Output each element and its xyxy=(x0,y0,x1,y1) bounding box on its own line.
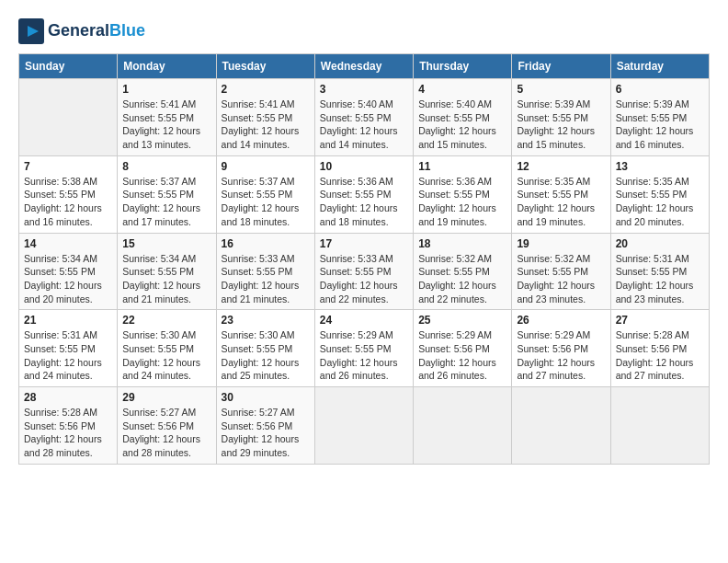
calendar-cell: 14Sunrise: 5:34 AM Sunset: 5:55 PM Dayli… xyxy=(19,233,118,310)
calendar-week-row: 7Sunrise: 5:38 AM Sunset: 5:55 PM Daylig… xyxy=(19,155,710,233)
weekday-header: Monday xyxy=(118,54,216,79)
calendar-cell: 3Sunrise: 5:40 AM Sunset: 5:55 PM Daylig… xyxy=(314,79,413,156)
calendar-cell: 11Sunrise: 5:36 AM Sunset: 5:55 PM Dayli… xyxy=(414,155,512,233)
day-info: Sunrise: 5:35 AM Sunset: 5:55 PM Dayligh… xyxy=(616,175,704,229)
calendar-cell: 13Sunrise: 5:35 AM Sunset: 5:55 PM Dayli… xyxy=(610,155,709,233)
header-row: SundayMondayTuesdayWednesdayThursdayFrid… xyxy=(19,54,710,79)
day-info: Sunrise: 5:27 AM Sunset: 5:56 PM Dayligh… xyxy=(222,406,310,460)
calendar-cell: 7Sunrise: 5:38 AM Sunset: 5:55 PM Daylig… xyxy=(19,155,118,233)
day-number: 19 xyxy=(517,237,605,250)
calendar-cell: 9Sunrise: 5:37 AM Sunset: 5:55 PM Daylig… xyxy=(216,155,314,233)
calendar-cell: 8Sunrise: 5:37 AM Sunset: 5:55 PM Daylig… xyxy=(118,155,216,233)
day-info: Sunrise: 5:39 AM Sunset: 5:55 PM Dayligh… xyxy=(517,98,605,152)
calendar-cell: 12Sunrise: 5:35 AM Sunset: 5:55 PM Dayli… xyxy=(512,155,610,233)
day-number: 13 xyxy=(616,160,704,173)
day-number: 30 xyxy=(222,391,310,404)
day-number: 11 xyxy=(418,160,506,173)
calendar-cell: 4Sunrise: 5:40 AM Sunset: 5:55 PM Daylig… xyxy=(414,79,512,156)
day-info: Sunrise: 5:29 AM Sunset: 5:55 PM Dayligh… xyxy=(320,328,408,383)
calendar-cell: 23Sunrise: 5:30 AM Sunset: 5:55 PM Dayli… xyxy=(216,310,314,387)
calendar-cell: 28Sunrise: 5:28 AM Sunset: 5:56 PM Dayli… xyxy=(19,387,118,465)
weekday-header: Saturday xyxy=(610,54,709,79)
day-info: Sunrise: 5:38 AM Sunset: 5:55 PM Dayligh… xyxy=(24,175,112,229)
calendar-cell xyxy=(314,387,413,465)
calendar-body: 1Sunrise: 5:41 AM Sunset: 5:55 PM Daylig… xyxy=(19,79,710,465)
day-info: Sunrise: 5:37 AM Sunset: 5:55 PM Dayligh… xyxy=(122,175,210,229)
day-number: 17 xyxy=(320,237,408,250)
weekday-header: Thursday xyxy=(414,54,512,79)
day-info: Sunrise: 5:30 AM Sunset: 5:55 PM Dayligh… xyxy=(222,328,310,383)
weekday-header: Sunday xyxy=(19,54,118,79)
calendar-table: SundayMondayTuesdayWednesdayThursdayFrid… xyxy=(18,53,710,465)
weekday-header: Wednesday xyxy=(314,54,413,79)
calendar-cell: 19Sunrise: 5:32 AM Sunset: 5:55 PM Dayli… xyxy=(512,233,610,310)
day-number: 23 xyxy=(222,314,310,327)
day-number: 26 xyxy=(517,314,605,327)
calendar-cell: 30Sunrise: 5:27 AM Sunset: 5:56 PM Dayli… xyxy=(216,387,314,465)
calendar-cell xyxy=(19,79,118,156)
calendar-cell: 25Sunrise: 5:29 AM Sunset: 5:56 PM Dayli… xyxy=(414,310,512,387)
weekday-header: Tuesday xyxy=(216,54,314,79)
day-number: 16 xyxy=(222,237,310,250)
calendar-cell: 15Sunrise: 5:34 AM Sunset: 5:55 PM Dayli… xyxy=(118,233,216,310)
calendar-cell xyxy=(610,387,709,465)
day-number: 29 xyxy=(122,391,210,404)
day-number: 2 xyxy=(222,83,310,96)
day-number: 1 xyxy=(122,83,210,96)
day-info: Sunrise: 5:29 AM Sunset: 5:56 PM Dayligh… xyxy=(517,328,605,383)
calendar-cell: 5Sunrise: 5:39 AM Sunset: 5:55 PM Daylig… xyxy=(512,79,610,156)
calendar-cell: 16Sunrise: 5:33 AM Sunset: 5:55 PM Dayli… xyxy=(216,233,314,310)
day-info: Sunrise: 5:28 AM Sunset: 5:56 PM Dayligh… xyxy=(616,328,704,383)
day-info: Sunrise: 5:34 AM Sunset: 5:55 PM Dayligh… xyxy=(24,252,112,306)
day-number: 3 xyxy=(320,83,408,96)
day-number: 4 xyxy=(418,83,506,96)
calendar-cell: 17Sunrise: 5:33 AM Sunset: 5:55 PM Dayli… xyxy=(314,233,413,310)
calendar-cell: 1Sunrise: 5:41 AM Sunset: 5:55 PM Daylig… xyxy=(118,79,216,156)
calendar-cell: 2Sunrise: 5:41 AM Sunset: 5:55 PM Daylig… xyxy=(216,79,314,156)
day-info: Sunrise: 5:30 AM Sunset: 5:55 PM Dayligh… xyxy=(122,328,210,383)
day-info: Sunrise: 5:40 AM Sunset: 5:55 PM Dayligh… xyxy=(418,98,506,152)
calendar-cell: 20Sunrise: 5:31 AM Sunset: 5:55 PM Dayli… xyxy=(610,233,709,310)
day-info: Sunrise: 5:39 AM Sunset: 5:55 PM Dayligh… xyxy=(616,98,704,152)
day-info: Sunrise: 5:29 AM Sunset: 5:56 PM Dayligh… xyxy=(418,328,506,383)
day-info: Sunrise: 5:41 AM Sunset: 5:55 PM Dayligh… xyxy=(222,98,310,152)
day-number: 27 xyxy=(616,314,704,327)
calendar-cell: 22Sunrise: 5:30 AM Sunset: 5:55 PM Dayli… xyxy=(118,310,216,387)
day-number: 22 xyxy=(122,314,210,327)
calendar-cell: 26Sunrise: 5:29 AM Sunset: 5:56 PM Dayli… xyxy=(512,310,610,387)
calendar-cell xyxy=(414,387,512,465)
day-number: 9 xyxy=(222,160,310,173)
calendar-header: SundayMondayTuesdayWednesdayThursdayFrid… xyxy=(19,54,710,79)
day-info: Sunrise: 5:35 AM Sunset: 5:55 PM Dayligh… xyxy=(517,175,605,229)
logo: GeneralBlue xyxy=(18,18,145,44)
day-info: Sunrise: 5:33 AM Sunset: 5:55 PM Dayligh… xyxy=(320,252,408,306)
calendar-cell xyxy=(512,387,610,465)
calendar-cell: 21Sunrise: 5:31 AM Sunset: 5:55 PM Dayli… xyxy=(19,310,118,387)
day-number: 28 xyxy=(24,391,112,404)
day-number: 24 xyxy=(320,314,408,327)
day-info: Sunrise: 5:41 AM Sunset: 5:55 PM Dayligh… xyxy=(122,98,210,152)
day-number: 20 xyxy=(616,237,704,250)
calendar-cell: 27Sunrise: 5:28 AM Sunset: 5:56 PM Dayli… xyxy=(610,310,709,387)
day-number: 21 xyxy=(24,314,112,327)
calendar-cell: 10Sunrise: 5:36 AM Sunset: 5:55 PM Dayli… xyxy=(314,155,413,233)
calendar-week-row: 21Sunrise: 5:31 AM Sunset: 5:55 PM Dayli… xyxy=(19,310,710,387)
day-number: 25 xyxy=(418,314,506,327)
day-number: 6 xyxy=(616,83,704,96)
day-info: Sunrise: 5:31 AM Sunset: 5:55 PM Dayligh… xyxy=(616,252,704,306)
logo-text: GeneralBlue xyxy=(48,22,145,40)
day-info: Sunrise: 5:34 AM Sunset: 5:55 PM Dayligh… xyxy=(122,252,210,306)
day-info: Sunrise: 5:40 AM Sunset: 5:55 PM Dayligh… xyxy=(320,98,408,152)
day-number: 12 xyxy=(517,160,605,173)
calendar-cell: 6Sunrise: 5:39 AM Sunset: 5:55 PM Daylig… xyxy=(610,79,709,156)
day-info: Sunrise: 5:33 AM Sunset: 5:55 PM Dayligh… xyxy=(222,252,310,306)
calendar-week-row: 14Sunrise: 5:34 AM Sunset: 5:55 PM Dayli… xyxy=(19,233,710,310)
day-number: 15 xyxy=(122,237,210,250)
calendar-week-row: 28Sunrise: 5:28 AM Sunset: 5:56 PM Dayli… xyxy=(19,387,710,465)
logo-icon xyxy=(18,18,44,44)
calendar-week-row: 1Sunrise: 5:41 AM Sunset: 5:55 PM Daylig… xyxy=(19,79,710,156)
day-info: Sunrise: 5:31 AM Sunset: 5:55 PM Dayligh… xyxy=(24,328,112,383)
calendar-cell: 29Sunrise: 5:27 AM Sunset: 5:56 PM Dayli… xyxy=(118,387,216,465)
day-info: Sunrise: 5:37 AM Sunset: 5:55 PM Dayligh… xyxy=(222,175,310,229)
day-info: Sunrise: 5:27 AM Sunset: 5:56 PM Dayligh… xyxy=(122,406,210,460)
